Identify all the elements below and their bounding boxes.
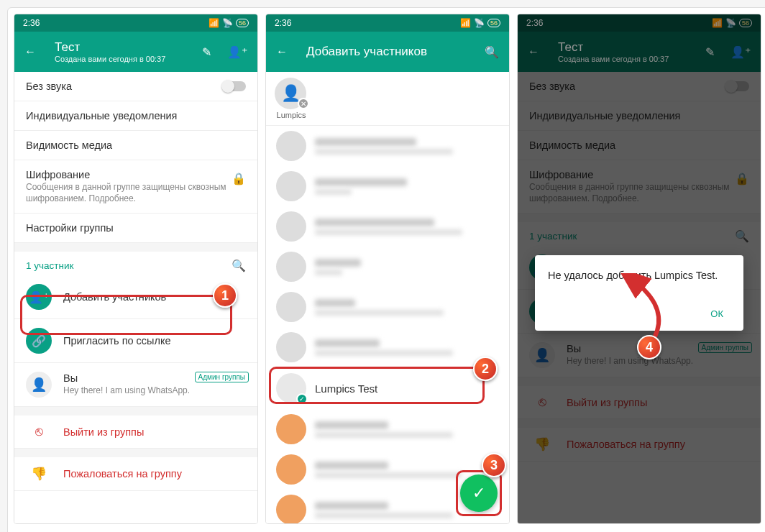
selected-contact-chip[interactable]: 👤 ✕ Lumpics [275,78,308,119]
media-vis-label: Видимость медиа [26,139,246,151]
clock: 2:36 [275,18,291,28]
group-settings-label: Настройки группы [26,222,246,234]
callout-4: 4 [637,335,661,359]
add-person-icon[interactable]: 👤⁺ [227,45,247,59]
wifi-icon: 📡 [474,18,485,28]
contact-list-blurred [266,126,509,367]
battery-icon: 56 [487,19,500,27]
callout-2: 2 [473,357,498,381]
selected-check-icon: ✓ [296,393,308,405]
contact-avatar: ✓ [276,373,306,403]
selected-chips-row: 👤 ✕ Lumpics [266,72,509,126]
mute-toggle[interactable] [223,81,246,91]
group-settings-row[interactable]: Настройки группы [14,214,257,243]
exit-group-row[interactable]: ⎋ Выйти из группы [14,416,257,449]
back-icon[interactable]: ← [276,45,290,58]
status-icons: 📶 📡 56 [209,18,249,28]
phone-screen-1: 2:36 📶 📡 56 ← Тест Создана вами сегодня … [14,14,258,524]
exit-icon: ⎋ [26,424,52,439]
encryption-row[interactable]: Шифрование Сообщения в данной группе защ… [14,160,257,214]
contact-lumpics-test[interactable]: ✓ Lumpics Test [266,367,509,409]
wifi-icon: 📡 [222,18,233,28]
admin-badge: Админ группы [195,372,249,382]
avatar: 👤 [26,372,52,398]
group-subtitle: Создана вами сегодня в 00:37 [55,55,186,63]
app-header: ← Тест Создана вами сегодня в 00:37 ✎ 👤⁺ [14,32,257,72]
report-label: Пожаловаться на группу [63,468,246,480]
contact-name: Lumpics Test [315,382,377,395]
callout-3: 3 [482,453,506,477]
search-participants-icon[interactable]: 🔍 [232,259,246,272]
custom-notif-label: Индивидуальные уведомления [26,110,246,121]
media-visibility-row[interactable]: Видимость медиа [14,131,257,160]
phone-screen-3: 2:36 📶 📡 56 ← Тест Создана вами сегодня … [517,14,761,524]
mute-row[interactable]: Без звука [14,72,257,101]
group-title: Тест [55,40,186,55]
callout-1: 1 [213,283,237,308]
phone-screen-2: 2:36 📶 📡 56 ← Добавить участников 🔍 👤 ✕ … [265,14,510,524]
add-person-circle-icon: 👤⁺ [26,284,52,310]
error-dialog: Не удалось добавить Lumpics Test. ОК [535,255,743,331]
link-icon: 🔗 [26,328,52,354]
ok-button[interactable]: ОК [703,303,730,325]
battery-icon: 56 [236,19,249,27]
confirm-fab[interactable]: ✓ [460,474,498,512]
encryption-sublabel: Сообщения в данной группе защищены сквоз… [26,182,246,204]
custom-notifications-row[interactable]: Индивидуальные уведомления [14,101,257,131]
participants-section-header: 1 участник 🔍 [14,252,257,275]
exit-label: Выйти из группы [63,426,246,438]
search-icon[interactable]: 🔍 [485,45,499,59]
participants-count: 1 участник [26,260,73,271]
invite-link-row[interactable]: 🔗 Пригласить по ссылке [14,319,257,363]
content-area: Без звука Индивидуальные уведомления Вид… [14,72,257,523]
remove-chip-icon[interactable]: ✕ [298,98,309,109]
report-group-row[interactable]: 👎 Пожаловаться на группу [14,457,257,491]
back-icon[interactable]: ← [24,45,39,58]
thumbs-down-icon: 👎 [26,466,52,482]
mute-label: Без звука [26,81,211,92]
signal-icon: 📶 [460,18,471,28]
screen-title: Добавить участников [306,45,469,59]
lock-icon: 🔒 [232,172,246,185]
invite-link-label: Пригласить по ссылке [63,335,246,347]
chip-label: Lumpics [275,111,308,119]
app-header: ← Добавить участников 🔍 [266,32,509,72]
you-row[interactable]: 👤 Вы Hey there! I am using WhatsApp. Адм… [14,363,257,407]
status-bar: 2:36 📶 📡 56 [266,14,509,32]
status-bar: 2:36 📶 📡 56 [14,14,257,32]
signal-icon: 📶 [209,18,219,28]
content-area: 👤 ✕ Lumpics ✓ Lumpics Test [266,72,509,523]
status-icons: 📶 📡 56 [460,18,500,28]
dialog-message: Не удалось добавить Lumpics Test. [548,270,730,281]
edit-icon[interactable]: ✎ [202,45,211,59]
encryption-label: Шифрование [26,169,246,180]
clock: 2:36 [23,18,40,28]
you-status: Hey there! I am using WhatsApp. [63,385,246,397]
